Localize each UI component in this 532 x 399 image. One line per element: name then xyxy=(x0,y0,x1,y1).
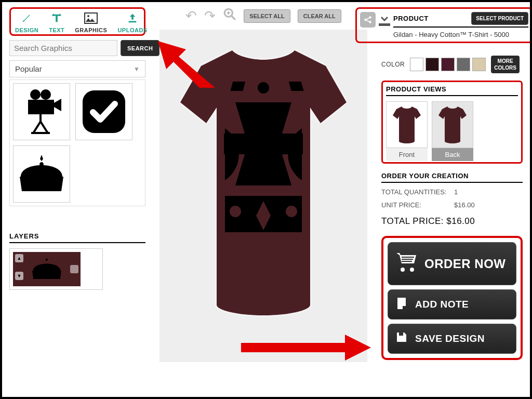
tool-tabs: DESIGN TEXT GRAPHICS UPLOADS xyxy=(9,7,145,36)
share-icon[interactable] xyxy=(360,12,376,28)
svg-point-3 xyxy=(30,89,41,100)
text-tab[interactable]: TEXT xyxy=(49,11,64,33)
svg-point-11 xyxy=(55,170,58,173)
graphic-crown[interactable] xyxy=(13,145,70,203)
svg-point-9 xyxy=(40,167,43,170)
brush-icon xyxy=(21,11,33,25)
add-note-button[interactable]: ADD NOTE xyxy=(388,289,516,320)
note-icon xyxy=(395,296,408,313)
svg-point-10 xyxy=(48,168,51,171)
download-icon[interactable] xyxy=(379,12,390,30)
svg-point-7 xyxy=(25,170,29,173)
svg-point-21 xyxy=(286,206,297,217)
views-title: PRODUCT VIEWS xyxy=(386,85,518,96)
svg-point-1 xyxy=(87,15,89,17)
svg-line-13 xyxy=(232,16,236,20)
product-name: Gildan - Heavy Cotton™ T-Shirt - 5000 xyxy=(393,28,528,38)
upload-icon xyxy=(127,11,138,25)
search-input[interactable] xyxy=(9,40,117,56)
graphic-camera[interactable] xyxy=(13,83,70,140)
svg-point-17 xyxy=(258,82,269,94)
layers-title: LAYERS xyxy=(9,232,145,243)
layer-item[interactable]: ▲ ▼ xyxy=(9,248,103,290)
design-canvas[interactable] xyxy=(159,30,367,362)
swatch-maroon[interactable] xyxy=(441,58,455,71)
tshirt-preview xyxy=(175,45,352,315)
zoom-icon[interactable] xyxy=(223,7,236,24)
save-design-button[interactable]: SAVE DESIGN xyxy=(388,324,516,354)
layer-up-icon[interactable]: ▲ xyxy=(15,254,23,262)
graphics-tab[interactable]: GRAPHICS xyxy=(75,11,107,33)
undo-icon[interactable]: ↶ xyxy=(185,8,197,24)
color-swatches xyxy=(410,58,486,71)
svg-point-4 xyxy=(41,89,51,100)
total-price: TOTAL PRICE: $16.00 xyxy=(381,216,523,227)
swatch-dark[interactable] xyxy=(425,58,439,71)
svg-rect-16 xyxy=(230,82,245,91)
design-tab[interactable]: DESIGN xyxy=(15,11,38,33)
svg-point-20 xyxy=(230,206,241,217)
image-icon xyxy=(84,11,98,25)
cart-icon xyxy=(395,252,417,275)
chevron-down-icon: ▼ xyxy=(134,65,140,73)
select-product-button[interactable]: SELECT PRODUCT xyxy=(471,12,528,25)
svg-rect-25 xyxy=(379,23,390,26)
layer-delete-icon[interactable] xyxy=(70,265,78,273)
view-back[interactable]: Back xyxy=(432,101,473,161)
color-label: COLOR xyxy=(381,61,405,68)
redo-icon[interactable]: ↷ xyxy=(204,8,216,24)
more-colors-button[interactable]: MORECOLORS xyxy=(491,56,520,73)
save-icon xyxy=(395,330,408,347)
graphics-grid xyxy=(9,79,145,206)
order-now-button[interactable]: ORDER NOW xyxy=(388,242,516,285)
order-title: ORDER YOUR CREATION xyxy=(381,172,523,183)
swatch-white[interactable] xyxy=(410,58,423,71)
layer-down-icon[interactable]: ▼ xyxy=(15,272,23,280)
svg-rect-5 xyxy=(28,100,54,114)
swatch-gray[interactable] xyxy=(457,58,470,71)
filter-dropdown[interactable]: Popular ▼ xyxy=(9,60,145,77)
svg-point-8 xyxy=(32,168,35,171)
select-all-button[interactable]: SELECT ALL xyxy=(244,9,290,23)
view-front[interactable]: Front xyxy=(386,101,428,161)
text-icon xyxy=(51,11,62,25)
svg-rect-18 xyxy=(289,82,304,91)
svg-rect-2 xyxy=(129,21,137,23)
uploads-tab[interactable]: UPLOADS xyxy=(117,11,147,33)
product-label: PRODUCT xyxy=(393,15,429,22)
swatch-tan[interactable] xyxy=(472,58,486,71)
clear-all-button[interactable]: CLEAR ALL xyxy=(298,9,341,23)
graphic-check[interactable] xyxy=(75,83,132,140)
